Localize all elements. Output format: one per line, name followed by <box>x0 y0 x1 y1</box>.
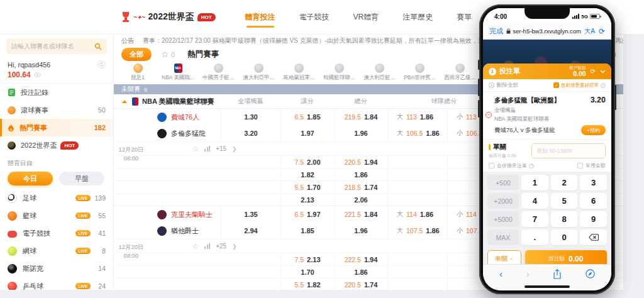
collapse-caret-icon[interactable] <box>122 100 127 103</box>
sidebar-sport-tennis[interactable]: 網球 LIVE 8 <box>0 242 113 260</box>
digit-key-dot[interactable]: . <box>521 229 548 245</box>
quick-amount-key[interactable]: +500 <box>487 175 519 190</box>
digit-key-4[interactable]: 4 <box>521 193 548 209</box>
search-icon[interactable] <box>94 43 102 50</box>
done-button[interactable]: 完成 <box>489 26 503 36</box>
odds-cell[interactable]: 1.85 <box>280 223 334 239</box>
odds-cell[interactable]: 5.5 1.70 <box>280 181 334 193</box>
early-market-tab[interactable]: 早盤 <box>59 172 104 185</box>
league-shortcut[interactable]: 西班牙乙級... <box>440 63 480 82</box>
league-shortcut[interactable]: PBA菲律賓... <box>399 63 440 82</box>
auto-accept-toggle[interactable]: ✓ 自動接受更好賠率 ? <box>553 82 606 89</box>
digit-key-8[interactable]: 8 <box>551 211 578 227</box>
nav-item[interactable]: 賽單 <box>455 6 473 29</box>
refresh-balance-icon[interactable] <box>97 60 106 69</box>
merge-checkbox[interactable] <box>489 163 494 168</box>
odds-cell[interactable]: 1.97 <box>280 125 334 141</box>
search-box[interactable] <box>6 38 107 54</box>
address-field[interactable]: ser-h5-bw3.rxvutglyn.com <box>503 28 584 35</box>
backspace-key[interactable] <box>580 229 607 245</box>
league-shortcut[interactable]: 澳大利亞籃... <box>359 63 399 82</box>
odds-cell[interactable]: 1.86 <box>334 168 387 180</box>
digit-key-3[interactable]: 3 <box>580 175 607 190</box>
team-cell[interactable]: 費城76人 <box>148 113 221 122</box>
odds-cell[interactable]: 7.5 2.13 <box>280 253 334 265</box>
stats-icon[interactable] <box>204 146 210 152</box>
digit-key-1[interactable]: 1 <box>521 175 548 190</box>
odds-cell[interactable]: 5.5 1.82 <box>280 279 334 290</box>
parlay-button[interactable]: 串關＋ <box>487 250 521 264</box>
quick-amount-key[interactable]: MAX <box>487 229 519 245</box>
league-shortcut[interactable]: 競足1 <box>118 63 158 82</box>
favorite-star-icon[interactable]: ☆ <box>192 242 199 251</box>
eye-icon[interactable] <box>34 72 41 77</box>
more-markets-link[interactable]: +25 <box>216 243 226 250</box>
odds-cell[interactable]: 220.5 1.74 <box>334 279 387 290</box>
digit-key-5[interactable]: 5 <box>551 193 578 209</box>
odds-cell[interactable]: 1.35 <box>221 206 280 223</box>
odds-cell[interactable]: 2.13 <box>280 194 334 206</box>
refresh-icon[interactable]: ⟳ <box>591 68 596 75</box>
league-shortcut[interactable]: 中國男子籃... <box>198 63 238 82</box>
reserve-button[interactable]: +預約 <box>581 125 606 135</box>
team-cell[interactable]: 猶他爵士 <box>148 226 221 236</box>
odds-cell[interactable]: 1.70 <box>280 266 334 278</box>
compass-icon[interactable] <box>586 269 595 279</box>
common-amount-checkbox[interactable] <box>577 163 583 168</box>
chevron-right-icon[interactable]: ❯ <box>232 243 237 250</box>
odds-cell[interactable]: 2.06 <box>334 194 387 206</box>
today-tab[interactable]: 今日 <box>8 172 53 185</box>
back-icon[interactable]: ‹ <box>499 269 502 279</box>
remove-bet-icon[interactable]: − <box>486 112 492 118</box>
sidebar-item-bet-records[interactable]: 投注記錄 <box>0 84 113 101</box>
reload-icon[interactable]: ⟳ <box>599 27 605 36</box>
delete-all-button[interactable]: ✕ 刪除全部 <box>489 82 518 89</box>
home-indicator[interactable] <box>525 285 570 288</box>
odds-cell[interactable]: 大 107.5 1.86 <box>387 223 447 239</box>
odds-cell[interactable]: 大 114 1.86 <box>387 206 447 223</box>
sidebar-sport-basketball[interactable]: 籃球 LIVE 55 <box>0 207 113 224</box>
collapse-chevron-icon[interactable] <box>600 70 606 74</box>
odds-cell[interactable]: 6.5 1.85 <box>280 109 334 125</box>
odds-cell[interactable]: 220.5 1.94 <box>334 156 387 168</box>
odds-cell[interactable]: 2.94 <box>221 223 280 239</box>
odds-cell[interactable]: 221.5 1.84 <box>334 206 387 223</box>
tab-all[interactable]: 全部 <box>121 48 152 61</box>
quick-amount-key[interactable]: +5000 <box>487 211 519 227</box>
favorites-filter[interactable]: 0 <box>162 51 175 58</box>
digit-key-0[interactable]: 0 <box>551 229 578 245</box>
stats-icon[interactable] <box>204 243 210 249</box>
share-icon[interactable] <box>553 269 562 279</box>
text-size-button[interactable]: 大A <box>584 27 595 36</box>
sidebar-sport-snooker[interactable]: 斯諾克 14 <box>0 260 113 277</box>
odds-cell[interactable]: 1.86 <box>334 266 387 278</box>
bet-slip-header[interactable]: 1 投注單 帳戶餘額 0.00 ⟳ <box>483 63 611 79</box>
sidebar-sport-esports[interactable]: 電子競技 LIVE 41 <box>0 224 113 242</box>
odds-cell[interactable]: 1.96 <box>334 223 387 239</box>
chevron-right-icon[interactable]: ❯ <box>232 146 237 152</box>
sidebar-item-worldcup[interactable]: 2022世界盃 HOT <box>0 136 113 154</box>
league-shortcut[interactable]: NBA NBA 美國職... <box>158 63 198 82</box>
league-shortcut[interactable]: 韓國籃球聯... <box>319 63 359 82</box>
digit-key-2[interactable]: 2 <box>551 175 578 190</box>
odds-cell[interactable]: 3.20 <box>221 125 280 141</box>
digit-key-6[interactable]: 6 <box>580 193 607 209</box>
sidebar-sport-soccer[interactable]: 足球 LIVE 139 <box>0 189 113 207</box>
sidebar-item-live-events[interactable]: 滾球賽事 50 <box>0 101 113 119</box>
odds-cell[interactable]: 222.5 1.94 <box>334 253 387 265</box>
odds-cell[interactable]: 6.5 1.97 <box>280 206 334 223</box>
league-shortcut[interactable]: 英格蘭冠軍... <box>279 63 319 82</box>
nav-item[interactable]: 電子競技 <box>298 6 331 29</box>
stake-amount-input[interactable] <box>531 143 606 158</box>
odds-cell[interactable]: 1.96 <box>334 125 387 141</box>
league-shortcut[interactable]: 澳大利亞甲... <box>238 63 279 82</box>
odds-cell[interactable]: 7.5 2.00 <box>280 156 334 168</box>
site-logo[interactable]: ~✦~ 2022世界盃 HOT <box>121 11 216 23</box>
odds-cell[interactable]: 大 106.5 1.86 <box>387 125 447 141</box>
forward-icon[interactable]: › <box>526 269 530 279</box>
odds-cell[interactable]: 218.5 1.74 <box>334 181 387 193</box>
sidebar-item-hot-events[interactable]: 熱門賽事 182 <box>0 119 113 136</box>
nav-item[interactable]: 體育投注 <box>244 6 277 29</box>
quick-amount-key[interactable]: +2000 <box>487 193 519 209</box>
digit-key-7[interactable]: 7 <box>521 211 548 227</box>
